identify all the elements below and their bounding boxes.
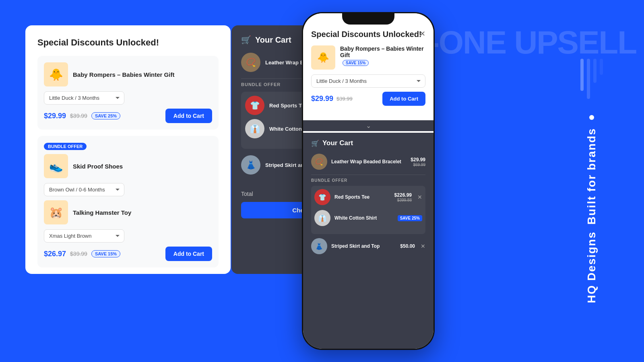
cart-item-img-skirt: 👗	[241, 155, 260, 175]
product-img-hamster: 🐹	[44, 200, 68, 224]
right-panel-built-for-brands: Built for brands	[585, 128, 598, 224]
phone-mockup: Special Discounts Unlocked! ✕ 🐥 Baby Rom…	[302, 12, 435, 350]
phone-bottom-section: 🛒 Your Cart 📿 Leather Wrap Beaded Bracel…	[303, 133, 433, 349]
price-original-1: $39.99	[70, 113, 87, 119]
phone-cart-img-bracelet: 📿	[311, 154, 327, 170]
price-current-2: $26.97	[44, 250, 66, 258]
special-discounts-card: Special Discounts Unlocked! 🐥 Baby Rompe…	[25, 25, 231, 274]
phone-cart-price-orig-bracelet: $69.99	[411, 162, 425, 167]
price-current-1: $29.99	[44, 112, 66, 120]
right-panel: Built for brands HQ Designs	[551, 0, 632, 362]
phone-cart-name-skirt: Striped Skirt and Top	[331, 243, 396, 249]
phone-product-row: 🐥 Baby Rompers – Babies Winter Gift SAVE…	[311, 45, 425, 70]
phone-discount-title: Special Discounts Unlocked!	[311, 29, 425, 39]
product-img-1: 🐥	[44, 62, 68, 86]
save-badge-2: SAVE 15%	[91, 250, 120, 257]
bundle-badge: BUNDLE OFFER	[44, 143, 87, 150]
phone-cart-price-orig-tee: $399.88	[394, 198, 412, 202]
phone-cart-item-shirt: 👔 White Cotton Shirt SAVE 25%	[314, 210, 422, 226]
phone-chevron-icon: ⌄	[303, 120, 433, 131]
phone-remove-tee-icon[interactable]: ✕	[417, 194, 422, 200]
product-name-1: Baby Rompers – Babies Winter Gift	[73, 71, 212, 78]
phone-notch	[342, 13, 394, 25]
phone-cart-price-tee: $226.99	[394, 192, 412, 198]
card-title: Special Discounts Unlocked!	[37, 37, 219, 48]
phone-bundle-label: BUNDLE OFFER	[311, 178, 425, 183]
product-select-shoes[interactable]: Brown Owl / 0-6 Months	[44, 183, 124, 196]
phone-cart-img-shirt: 👔	[314, 210, 330, 226]
phone-top-section: Special Discounts Unlocked! ✕ 🐥 Baby Rom…	[303, 13, 433, 119]
phone-cart-img-skirt: 👗	[311, 238, 327, 254]
phone-cart-name-shirt: White Cotton Shirt	[334, 215, 394, 221]
cart-total-label: Total	[241, 191, 253, 197]
phone-cart-name-bracelet: Leather Wrap Beaded Bracelet	[331, 159, 407, 165]
add-to-cart-btn-2[interactable]: Add to Cart	[165, 247, 212, 261]
phone-cart-title: Your Cart	[322, 139, 353, 147]
cart-item-img-bracelet: 📿	[241, 53, 260, 72]
phone-price-row: $29.99 $39.99 Add to Cart	[311, 92, 425, 106]
decorative-lines	[580, 59, 603, 99]
phone-product-select[interactable]: Little Duck / 3 Months	[311, 74, 425, 88]
right-panel-hq-designs: HQ Designs	[585, 231, 598, 303]
product-select-1[interactable]: Little Duck / 3 Months	[44, 91, 124, 105]
phone-price-original: $39.99	[336, 96, 353, 102]
phone-cart-icon: 🛒	[311, 140, 319, 147]
phone-save-badge: SAVE 15%	[343, 60, 369, 66]
product-name-shoes: Skid Proof Shoes	[73, 163, 212, 170]
phone-cart-item-bracelet: 📿 Leather Wrap Beaded Bracelet $29.99 $6…	[311, 154, 425, 170]
product-bundle-row-2: 🐹 Talking Hamster Toy	[44, 200, 212, 224]
product-select-hamster[interactable]: Xmas Light Brown	[44, 229, 124, 243]
save-badge-1: SAVE 25%	[91, 112, 120, 119]
phone-bundle-items: 👕 Red Sports Tee $226.99 $399.88 ✕ 👔 Whi…	[311, 186, 425, 234]
dot-separator	[589, 115, 594, 120]
phone-cart-name-tee: Red Sports Tee	[334, 194, 390, 200]
product-bundle-row-1: 👟 Skid Proof Shoes	[44, 154, 212, 178]
cart-title: Your Cart	[255, 35, 291, 45]
phone-product-name: Baby Rompers – Babies Winter Gift	[340, 45, 425, 58]
cart-item-img-shirt: 👔	[245, 119, 264, 138]
cart-icon: 🛒	[241, 35, 251, 45]
product-item-1: 🐥 Baby Rompers – Babies Winter Gift Litt…	[37, 56, 219, 130]
phone-product-img: 🐥	[311, 45, 335, 70]
price-row-2: $26.97 $39.99 SAVE 15% Add to Cart	[44, 247, 212, 261]
add-to-cart-btn-1[interactable]: Add to Cart	[165, 109, 212, 123]
phone-cart-price-skirt: $50.00	[400, 243, 415, 249]
phone-cart-item-tee: 👕 Red Sports Tee $226.99 $399.88 ✕	[314, 189, 422, 205]
phone-price-current: $29.99	[311, 95, 333, 103]
product-name-hamster: Talking Hamster Toy	[73, 209, 212, 216]
price-row-1: $29.99 $39.99 SAVE 25% Add to Cart	[44, 109, 212, 123]
phone-cart-img-tee: 👕	[314, 189, 330, 205]
phone-inner: Special Discounts Unlocked! ✕ 🐥 Baby Rom…	[303, 13, 433, 349]
phone-remove-skirt-icon[interactable]: ✕	[421, 243, 425, 249]
phone-add-to-cart-btn[interactable]: Add to Cart	[382, 92, 425, 106]
product-img-shoes: 👟	[44, 154, 68, 178]
product-row-1: 🐥 Baby Rompers – Babies Winter Gift	[44, 62, 212, 86]
phone-bundle-save-tag: SAVE 25%	[398, 215, 422, 221]
phone-cart-item-skirt: 👗 Striped Skirt and Top $50.00 ✕	[311, 238, 425, 254]
price-original-2: $39.99	[70, 251, 87, 257]
phone-close-x-icon[interactable]: ✕	[419, 29, 425, 38]
phone-cart-header: 🛒 Your Cart	[311, 139, 425, 147]
phone-cart-price-bracelet: $29.99	[411, 157, 425, 162]
cart-item-img-tee: 👕	[245, 96, 264, 115]
product-item-2: BUNDLE OFFER 👟 Skid Proof Shoes Brown Ow…	[37, 136, 219, 267]
